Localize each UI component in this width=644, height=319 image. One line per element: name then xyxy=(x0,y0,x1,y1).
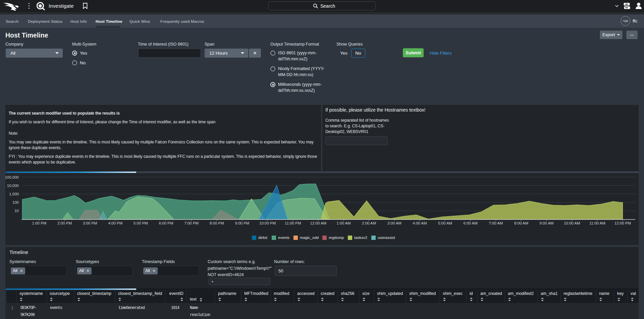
svg-text:8:00 AM: 8:00 AM xyxy=(514,221,528,225)
svg-text:100,000: 100,000 xyxy=(5,175,19,179)
svg-text:11:00 AM: 11:00 AM xyxy=(589,221,605,225)
svg-text:2:00 AM: 2:00 AM xyxy=(362,221,376,225)
svg-text:2:00 PM: 2:00 PM xyxy=(57,221,72,225)
svg-text:4:00 AM: 4:00 AM xyxy=(413,221,427,225)
svg-text:3:00 AM: 3:00 AM xyxy=(387,221,401,225)
svg-text:9:00 AM: 9:00 AM xyxy=(539,221,553,225)
svg-text:6:00 AM: 6:00 AM xyxy=(464,221,478,225)
svg-text:12:00 AM: 12:00 AM xyxy=(310,221,327,225)
svg-text:3:00 PM: 3:00 PM xyxy=(83,221,97,225)
svg-text:1,000: 1,000 xyxy=(9,192,19,196)
svg-text:5:00 PM: 5:00 PM xyxy=(133,221,148,225)
svg-text:6:00 PM: 6:00 PM xyxy=(159,221,173,225)
svg-text:10,000: 10,000 xyxy=(7,184,19,188)
svg-text:5:00 AM: 5:00 AM xyxy=(438,221,452,225)
svg-text:4:00 PM: 4:00 PM xyxy=(108,221,122,225)
svg-text:7:00 AM: 7:00 AM xyxy=(489,221,503,225)
svg-text:1:00 PM: 1:00 PM xyxy=(32,221,47,225)
svg-text:10:00 PM: 10:00 PM xyxy=(259,221,276,225)
svg-text:7:00 PM: 7:00 PM xyxy=(184,221,199,225)
svg-text:1:00 AM: 1:00 AM xyxy=(336,221,351,225)
svg-text:100: 100 xyxy=(12,200,19,204)
svg-text:10: 10 xyxy=(14,209,19,213)
svg-text:8:00 PM: 8:00 PM xyxy=(210,221,224,225)
svg-text:10:00 AM: 10:00 AM xyxy=(564,221,580,225)
svg-text:12:00 PM: 12:00 PM xyxy=(614,221,631,225)
svg-text:11:00 PM: 11:00 PM xyxy=(285,221,301,225)
svg-text:9:00 PM: 9:00 PM xyxy=(235,221,250,225)
